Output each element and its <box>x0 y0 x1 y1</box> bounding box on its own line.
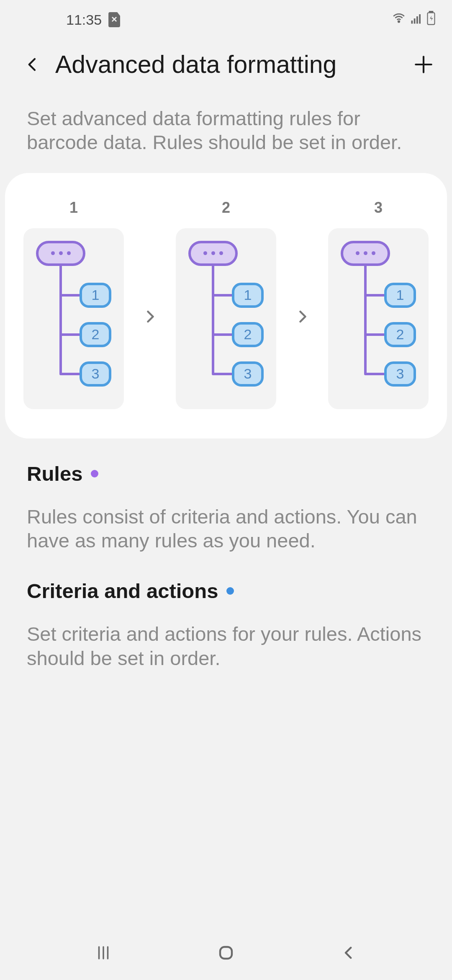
section-criteria: Criteria and actions Set criteria and ac… <box>0 552 452 670</box>
battery-icon <box>427 11 435 28</box>
action-node: 3 <box>80 361 111 387</box>
dot-purple-icon <box>91 470 98 477</box>
diagram-col-1: 1 1 2 3 <box>23 199 124 409</box>
diagram-card: 1 1 2 3 2 1 2 3 <box>5 173 447 438</box>
section-title: Criteria and actions <box>27 579 218 603</box>
wifi-icon <box>392 11 406 28</box>
system-navbar <box>0 926 452 980</box>
plus-icon <box>413 54 434 75</box>
action-node: 2 <box>80 322 111 347</box>
signal-icon <box>410 12 423 28</box>
diagram-box: 1 2 3 <box>328 228 429 409</box>
action-node: 2 <box>232 322 264 347</box>
back-button[interactable] <box>20 52 45 77</box>
rule-pill-icon <box>341 241 390 266</box>
diagram-col-num: 3 <box>374 199 383 217</box>
status-right <box>392 11 435 28</box>
section-desc: Rules consist of criteria and actions. Y… <box>27 505 425 553</box>
page-subtitle: Set advanced data formatting rules for b… <box>0 90 452 173</box>
svg-rect-12 <box>220 947 232 959</box>
section-rules: Rules Rules consist of criteria and acti… <box>0 438 452 553</box>
section-title: Rules <box>27 462 82 485</box>
dot-blue-icon <box>226 587 234 595</box>
svg-rect-3 <box>416 16 418 24</box>
home-icon <box>217 944 235 962</box>
action-node: 3 <box>384 361 416 387</box>
app-header: Advanced data formatting <box>0 39 452 90</box>
action-node: 1 <box>80 283 111 308</box>
diagram-col-3: 3 1 2 3 <box>328 199 429 409</box>
diagram-box: 1 2 3 <box>23 228 124 409</box>
diagram-box: 1 2 3 <box>176 228 276 409</box>
diagram-row: 1 1 2 3 2 1 2 3 <box>23 199 429 409</box>
svg-rect-6 <box>429 11 433 13</box>
svg-point-0 <box>398 21 399 22</box>
diagram-col-num: 1 <box>69 199 78 217</box>
diagram-col-2: 2 1 2 3 <box>176 199 276 409</box>
chevron-right-icon <box>295 309 310 324</box>
page-title: Advanced data formatting <box>55 50 410 79</box>
rule-pill-icon <box>36 241 85 266</box>
status-time: 11:35 <box>66 12 102 28</box>
diagram-separator <box>141 309 158 324</box>
recents-icon <box>95 944 112 962</box>
svg-rect-4 <box>419 14 421 24</box>
action-node: 2 <box>384 322 416 347</box>
sim-card-icon <box>108 12 120 27</box>
svg-rect-1 <box>411 21 413 24</box>
svg-rect-2 <box>414 18 416 24</box>
nav-home-button[interactable] <box>209 936 243 970</box>
section-heading-rules: Rules <box>27 462 425 485</box>
section-desc: Set criteria and actions for your rules.… <box>27 622 425 670</box>
rule-pill-icon <box>188 241 238 266</box>
add-button[interactable] <box>410 51 437 78</box>
action-node: 3 <box>232 361 264 387</box>
status-left: 11:35 <box>66 12 120 28</box>
nav-recents-button[interactable] <box>87 936 120 970</box>
section-heading-criteria: Criteria and actions <box>27 579 425 603</box>
status-bar: 11:35 <box>0 0 452 39</box>
action-node: 1 <box>232 283 264 308</box>
diagram-col-num: 2 <box>222 199 230 217</box>
chevron-right-icon <box>142 309 157 324</box>
diagram-separator <box>294 309 311 324</box>
nav-back-button[interactable] <box>332 936 365 970</box>
chevron-left-icon <box>24 56 41 73</box>
chevron-left-icon <box>340 944 357 962</box>
action-node: 1 <box>384 283 416 308</box>
